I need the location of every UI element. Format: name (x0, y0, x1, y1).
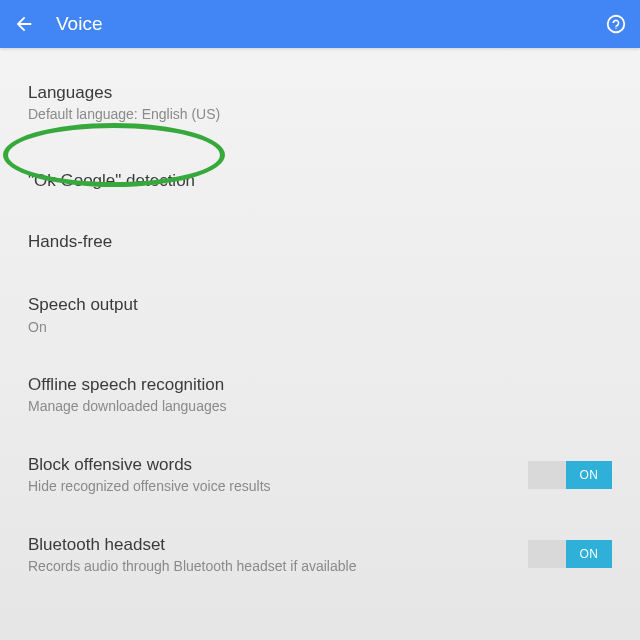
setting-title: Hands-free (28, 231, 112, 252)
help-icon[interactable] (604, 12, 628, 36)
ok-google-detection-setting[interactable]: "Ok Google" detection (0, 148, 640, 213)
setting-subtitle: On (28, 319, 138, 337)
setting-title: Languages (28, 82, 220, 103)
setting-title: Bluetooth headset (28, 534, 356, 555)
setting-subtitle: Default language: English (US) (28, 106, 220, 124)
setting-title: Block offensive words (28, 454, 271, 475)
bluetooth-headset-toggle[interactable]: ON (528, 540, 612, 568)
toggle-on-label: ON (566, 461, 612, 489)
app-bar: Voice (0, 0, 640, 48)
setting-text: Bluetooth headset Records audio through … (28, 534, 356, 576)
setting-text: "Ok Google" detection (28, 170, 195, 191)
setting-text: Offline speech recognition Manage downlo… (28, 374, 227, 416)
bluetooth-headset-setting[interactable]: Bluetooth headset Records audio through … (0, 520, 640, 590)
setting-title: Speech output (28, 294, 138, 315)
voice-settings-screen: Voice Languages Default language: Englis… (0, 0, 640, 640)
setting-subtitle: Records audio through Bluetooth headset … (28, 558, 356, 576)
block-offensive-words-toggle[interactable]: ON (528, 461, 612, 489)
toggle-on-label: ON (566, 540, 612, 568)
back-arrow-icon[interactable] (12, 12, 36, 36)
page-title: Voice (56, 13, 604, 35)
setting-text: Hands-free (28, 231, 112, 252)
setting-subtitle: Hide recognized offensive voice results (28, 478, 271, 496)
languages-setting[interactable]: Languages Default language: English (US) (0, 68, 640, 138)
block-offensive-words-setting[interactable]: Block offensive words Hide recognized of… (0, 440, 640, 510)
offline-speech-setting[interactable]: Offline speech recognition Manage downlo… (0, 360, 640, 430)
setting-title: Offline speech recognition (28, 374, 227, 395)
settings-list: Languages Default language: English (US)… (0, 48, 640, 589)
speech-output-setting[interactable]: Speech output On (0, 280, 640, 350)
setting-text: Speech output On (28, 294, 138, 336)
setting-title: "Ok Google" detection (28, 170, 195, 191)
setting-text: Block offensive words Hide recognized of… (28, 454, 271, 496)
setting-subtitle: Manage downloaded languages (28, 398, 227, 416)
hands-free-setting[interactable]: Hands-free (0, 213, 640, 270)
setting-text: Languages Default language: English (US) (28, 82, 220, 124)
